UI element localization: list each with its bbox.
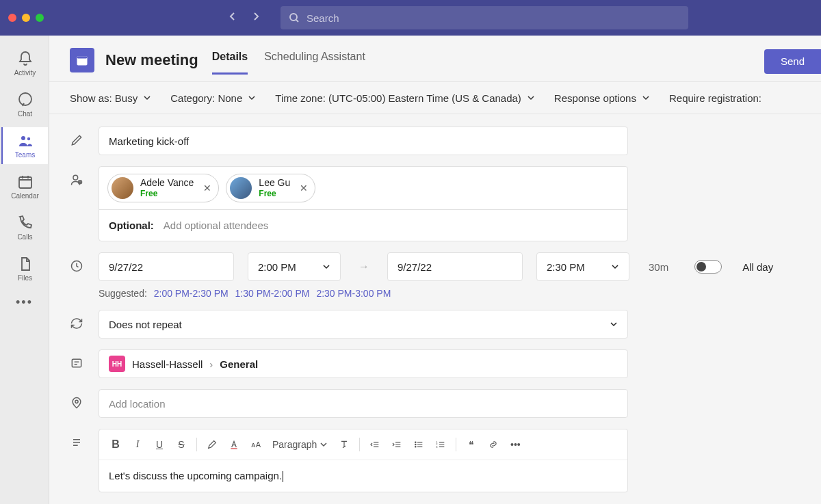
strikethrough-button[interactable]: S: [172, 435, 191, 454]
response-options-dropdown[interactable]: Response options: [554, 92, 650, 104]
chevron-down-icon: [320, 440, 328, 449]
pencil-icon: [70, 127, 85, 150]
close-window-button[interactable]: [8, 14, 16, 22]
main-panel: New meeting Details Scheduling Assistant…: [49, 36, 821, 504]
location-icon: [70, 389, 85, 412]
rail-calls[interactable]: Calls: [1, 209, 48, 246]
channel-picker[interactable]: HH Hassell-Hassell › General: [99, 349, 628, 378]
font-size-button[interactable]: ᴀA: [246, 435, 265, 454]
numbered-list-button[interactable]: 123: [431, 435, 450, 454]
location-input[interactable]: Add location: [99, 389, 628, 418]
nav-back-button[interactable]: [227, 11, 238, 25]
title-input[interactable]: Marketing kick-off: [99, 127, 628, 155]
team-name: Hassell-Hassell: [132, 358, 203, 370]
repeat-dropdown[interactable]: Does not repeat: [99, 310, 628, 339]
highlight-button[interactable]: [203, 435, 222, 454]
attendees-field[interactable]: Adele Vance Free ✕ Lee Gu Free ✕: [99, 166, 628, 241]
chevron-down-icon: [143, 94, 151, 102]
show-as-dropdown[interactable]: Show as: Busy: [70, 92, 151, 104]
start-date-input[interactable]: 9/27/22: [99, 252, 234, 281]
titlebar: Search: [0, 0, 821, 36]
suggested-times: Suggested: 2:00 PM-2:30 PM 1:30 PM-2:00 …: [99, 288, 800, 299]
all-day-toggle[interactable]: [694, 260, 722, 274]
phone-icon: [17, 215, 34, 231]
remove-attendee-button[interactable]: ✕: [300, 183, 308, 194]
svg-rect-6: [77, 56, 88, 58]
underline-button[interactable]: U: [150, 435, 169, 454]
end-time-dropdown[interactable]: 2:30 PM: [536, 252, 629, 281]
attendee-name: Adele Vance: [140, 177, 194, 189]
link-button[interactable]: [484, 435, 503, 454]
chevron-down-icon: [527, 94, 535, 102]
svg-point-0: [290, 14, 297, 21]
bullet-list-button[interactable]: [409, 435, 428, 454]
minimize-window-button[interactable]: [22, 14, 30, 22]
attendee-status: Free: [140, 189, 194, 198]
svg-rect-10: [72, 359, 81, 367]
chevron-down-icon: [322, 263, 330, 271]
window-controls: [8, 14, 44, 22]
svg-point-14: [415, 447, 416, 447]
italic-button[interactable]: I: [128, 435, 147, 454]
svg-text:3: 3: [436, 445, 439, 449]
end-date-input[interactable]: 9/27/22: [387, 252, 523, 281]
more-options-button[interactable]: •••: [506, 435, 525, 454]
rail-label: Chat: [18, 110, 32, 118]
rail-more-button[interactable]: •••: [16, 295, 33, 310]
optional-attendees-input[interactable]: Add optional attendees: [164, 220, 268, 231]
clock-icon: [70, 252, 85, 276]
suggested-time-link[interactable]: 1:30 PM-2:00 PM: [235, 288, 310, 299]
tab-scheduling-assistant[interactable]: Scheduling Assistant: [264, 45, 365, 75]
svg-point-1: [19, 93, 31, 105]
suggested-time-link[interactable]: 2:30 PM-3:00 PM: [316, 288, 391, 299]
toolbar-divider: [359, 438, 360, 451]
svg-point-7: [73, 175, 78, 180]
nav-forward-button[interactable]: [250, 11, 261, 25]
clear-formatting-button[interactable]: [335, 435, 354, 454]
search-input[interactable]: Search: [281, 6, 688, 29]
optional-label: Optional:: [109, 220, 154, 231]
attendee-name: Lee Gu: [259, 177, 290, 189]
start-time-dropdown[interactable]: 2:00 PM: [248, 252, 341, 281]
maximize-window-button[interactable]: [36, 14, 44, 22]
bold-button[interactable]: B: [106, 435, 125, 454]
all-day-label: All day: [742, 261, 773, 273]
paragraph-style-dropdown[interactable]: Paragraph: [268, 439, 332, 450]
description-textarea[interactable]: Let's discuss the upcoming campaign.: [99, 460, 627, 492]
rail-chat[interactable]: Chat: [1, 86, 48, 123]
rail-calendar[interactable]: Calendar: [1, 168, 48, 205]
chevron-down-icon: [611, 263, 619, 271]
editor-toolbar: B I U S ᴀA Paragraph 123: [99, 429, 627, 460]
font-color-button[interactable]: [224, 435, 244, 454]
search-icon: [289, 12, 300, 23]
bell-icon: [17, 51, 34, 67]
remove-attendee-button[interactable]: ✕: [203, 183, 211, 194]
send-button[interactable]: Send: [764, 49, 821, 74]
chevron-right-icon: ›: [209, 358, 213, 370]
category-dropdown[interactable]: Category: None: [170, 92, 256, 104]
avatar: [112, 177, 133, 199]
page-title: New meeting: [105, 51, 198, 69]
chevron-down-icon: [642, 94, 650, 102]
rail-files[interactable]: Files: [1, 250, 48, 287]
decrease-indent-button[interactable]: [365, 435, 385, 454]
require-registration-dropdown[interactable]: Require registration:: [669, 92, 761, 104]
app-rail: Activity Chat Teams Calendar Calls Files…: [0, 36, 49, 504]
svg-point-13: [415, 444, 416, 445]
search-placeholder: Search: [307, 12, 339, 24]
increase-indent-button[interactable]: [387, 435, 406, 454]
quote-button[interactable]: ❝: [462, 435, 481, 454]
channel-name: General: [220, 358, 258, 370]
attendee-chip: Adele Vance Free ✕: [107, 174, 219, 202]
rail-activity[interactable]: Activity: [1, 45, 48, 82]
timezone-dropdown[interactable]: Time zone: (UTC-05:00) Eastern Time (US …: [275, 92, 535, 104]
suggested-time-link[interactable]: 2:00 PM-2:30 PM: [154, 288, 229, 299]
teams-icon: [17, 133, 34, 149]
duration-label: 30m: [649, 261, 668, 273]
rail-teams[interactable]: Teams: [1, 127, 48, 164]
tab-details[interactable]: Details: [212, 45, 248, 75]
description-icon: [70, 429, 85, 452]
chevron-down-icon: [248, 94, 256, 102]
arrow-right-icon: →: [354, 261, 374, 273]
meeting-form: Marketing kick-off Adele Vance Free ✕: [49, 114, 821, 492]
